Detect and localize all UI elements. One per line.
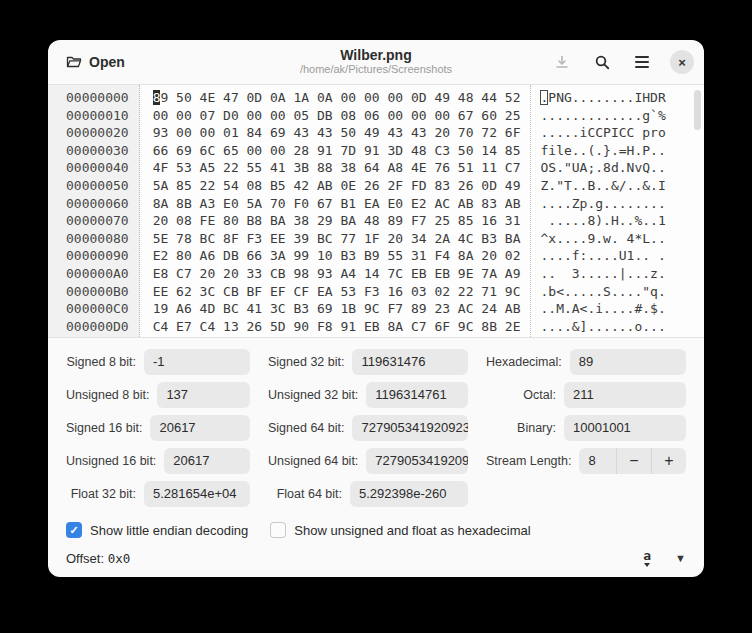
hex-byte-row[interactable]: C4 E7 C4 13 26 5D 90 F8 91 EB 8A C7 6F 9… [153,318,521,336]
conversion-value-field[interactable]: 20617 [150,415,250,441]
ascii-row[interactable]: .. 3.....|...z. [540,265,698,283]
search-button[interactable] [590,50,614,74]
conversion-label: Unsigned 16 bit: [66,454,156,468]
hex-offset-cell: 00000060 [66,195,129,213]
hex-byte-row[interactable]: 4F 53 A5 22 55 41 3B 88 38 64 A8 4E 76 5… [153,159,521,177]
hex-byte-row[interactable]: 8A 8B A3 E0 5A 70 F0 67 B1 EA E0 E2 AC A… [153,195,521,213]
menu-button[interactable] [630,50,654,74]
chevron-down-icon: ▼ [675,552,686,564]
ascii-row[interactable]: OS."UA;.8d.NvQ.. [540,159,698,177]
conversion-value-field[interactable]: 5.292398e-260 [350,481,468,507]
conversion-row: Signed 8 bit:-1 [66,349,250,375]
ascii-row[interactable]: file..(.}.=H.P.. [540,142,698,160]
hex-offset-cell: 000000C0 [66,300,129,318]
ascii-row[interactable]: .....8).H..%..1 [540,212,698,230]
offset-value: 0x0 [108,551,131,566]
open-folder-icon [66,54,82,70]
hex-offset-cell: 00000070 [66,212,129,230]
hex-byte-column[interactable]: 89 50 4E 47 0D 0A 1A 0A 00 00 00 0D 49 4… [140,85,532,337]
ascii-row[interactable]: ..M.A<.i....#.$. [540,300,698,318]
hex-byte-row[interactable]: 20 08 FE 80 B8 BA 38 29 BA 48 89 F7 25 8… [153,212,521,230]
ascii-row[interactable]: .............g`% [540,107,698,125]
conversion-value-field[interactable]: 20617 [164,448,250,474]
save-button[interactable] [550,50,574,74]
checkbox-label: Show little endian decoding [90,523,248,538]
conversion-row: Unsigned 32 bit:1196314761 [268,382,468,408]
conv-col-2: Hexadecimal:89Octal:211Binary:10001001St… [486,349,686,507]
ascii-row[interactable]: Z."T..B..&/..&.I [540,177,698,195]
open-button-label: Open [89,54,125,70]
conversion-row: Float 64 bit:5.292398e-260 [268,481,468,507]
hex-byte-row[interactable]: E8 C7 20 20 33 CB 98 93 A4 14 7C EB EB 9… [153,265,521,283]
ascii-row[interactable]: ....f:....U1.. . [540,247,698,265]
conversion-label: Unsigned 32 bit: [268,388,358,402]
ascii-row[interactable]: ....Zp.g........ [540,195,698,213]
checkbox-checked[interactable]: ✓ [66,522,82,538]
hex-offset-column: 0000000000000010000000200000003000000040… [48,85,140,337]
hex-byte-row[interactable]: EE 62 3C CB BF EF CF EA 53 F3 16 03 02 2… [153,283,521,301]
checkbox-option[interactable]: Show unsigned and float as hexadecimal [270,522,530,538]
conversion-value-field[interactable]: 211 [564,382,686,408]
conversion-value-field[interactable]: 1196314761 [366,382,468,408]
insert-mode-button[interactable]: a [643,549,651,567]
open-button[interactable]: Open [58,49,133,75]
hex-offset-cell: 00000010 [66,107,129,125]
conversion-row: Hexadecimal:89 [486,349,686,375]
stream-length-value[interactable]: 8 [579,448,616,474]
conversion-value-field[interactable]: 7279053419209237 [352,415,468,441]
hex-offset-cell: 00000030 [66,142,129,160]
ascii-column[interactable]: .PNG........IHDR.............g`%.....iCC… [531,85,704,337]
ascii-row[interactable]: ^x....9.w. 4*L.. [540,230,698,248]
conversion-row: Unsigned 64 bit:7279053419209237 [268,448,468,474]
save-icon [554,54,570,70]
conversion-value-field[interactable]: 10001001 [564,415,686,441]
hex-byte-row[interactable]: 5A 85 22 54 08 B5 42 AB 0E 26 2F FD 83 2… [153,177,521,195]
conversion-value-field[interactable]: -1 [144,349,250,375]
ascii-row[interactable]: ....&]......o... [540,318,698,336]
insert-mode-icon: a [643,549,651,562]
close-button[interactable]: × [670,50,694,74]
status-bar: Offset: 0x0 a ▼ [48,539,704,577]
conversion-label: Signed 16 bit: [66,421,142,435]
conversion-value-field[interactable]: 89 [570,349,686,375]
conversion-row: Stream Length:8−+ [486,448,686,474]
hex-byte-row[interactable]: E2 80 A6 DB 66 3A 99 10 B3 B9 55 31 F4 8… [153,247,521,265]
vertical-scrollbar[interactable] [694,90,701,130]
ascii-row[interactable]: .b<.....S...."q. [540,283,698,301]
ascii-cursor-cell: . [540,90,548,105]
conversion-row: Octal:211 [486,382,686,408]
window-title: Wilber.png [168,48,584,63]
search-icon [594,54,611,71]
window-title-block: Wilber.png /home/ak/Pictures/Screenshots [168,48,584,76]
stream-length-increase-button[interactable]: + [651,448,686,474]
conversion-label: Signed 8 bit: [66,355,136,369]
hex-byte-row[interactable]: 00 00 07 D0 00 00 05 DB 08 06 00 00 00 6… [153,107,521,125]
hex-offset-cell: 00000040 [66,159,129,177]
conversion-value-field[interactable]: 7279053419209237 [366,448,468,474]
ascii-row[interactable]: .PNG........IHDR [540,89,698,107]
hex-byte-row[interactable]: 5E 78 BC 8F F3 EE 39 BC 77 1F 20 34 2A 4… [153,230,521,248]
conversion-value-field[interactable]: 119631476 [352,349,468,375]
checkbox-unchecked[interactable] [270,522,286,538]
header-actions: × [550,50,694,74]
statusbar-dropdown-button[interactable]: ▼ [675,552,686,564]
hex-offset-cell: 00000050 [66,177,129,195]
checkbox-option[interactable]: ✓Show little endian decoding [66,522,248,538]
stream-length-decrease-button[interactable]: − [616,448,651,474]
window-subtitle: /home/ak/Pictures/Screenshots [168,63,584,76]
conversion-row: Unsigned 16 bit:20617 [66,448,250,474]
conversions-panel: Signed 8 bit:-1Unsigned 8 bit:137Signed … [48,338,704,507]
hex-byte-row[interactable]: 19 A6 4D BC 41 3C B3 69 1B 9C F7 89 23 A… [153,300,521,318]
hex-byte-row[interactable]: 89 50 4E 47 0D 0A 1A 0A 00 00 00 0D 49 4… [153,89,521,107]
options-row: ✓Show little endian decodingShow unsigne… [48,507,704,538]
conversion-row: Unsigned 8 bit:137 [66,382,250,408]
conversion-value-field[interactable]: 137 [157,382,250,408]
hex-offset-cell: 000000D0 [66,318,129,336]
hex-byte-row[interactable]: 66 69 6C 65 00 00 28 91 7D 91 3D 48 C3 5… [153,142,521,160]
conversion-label: Hexadecimal: [486,355,562,369]
hex-byte-row[interactable]: 93 00 00 01 84 69 43 43 50 49 43 43 20 7… [153,124,521,142]
hex-editor-window: Open Wilber.png /home/ak/Pictures/Screen… [48,40,704,577]
ascii-row[interactable]: .....iCCPICC pro [540,124,698,142]
header-bar: Open Wilber.png /home/ak/Pictures/Screen… [48,40,704,84]
conversion-value-field[interactable]: 5.281654e+04 [144,481,250,507]
